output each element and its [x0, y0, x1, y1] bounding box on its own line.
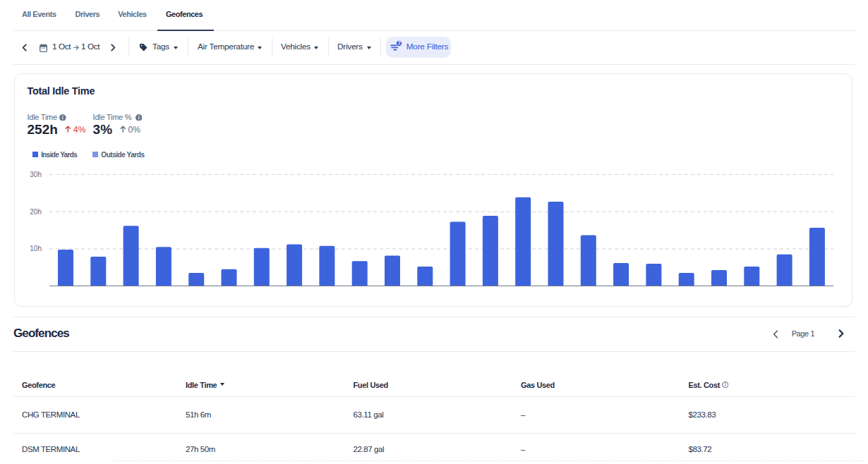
- svg-text:10h: 10h: [30, 245, 42, 252]
- svg-text:30h: 30h: [30, 171, 42, 178]
- svg-text:20h: 20h: [30, 208, 42, 216]
